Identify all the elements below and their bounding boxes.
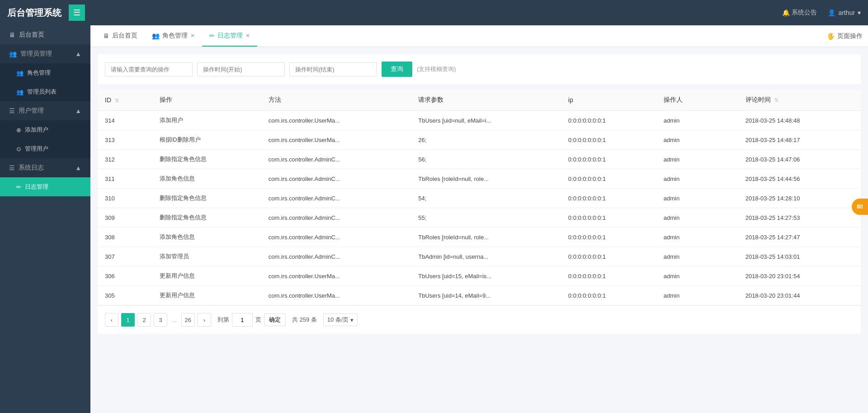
query-button[interactable]: 查询 — [382, 62, 412, 77]
tab-log[interactable]: ✏ 日志管理 ✕ — [202, 25, 257, 47]
cell-ip-2: 0:0:0:0:0:0:0:1 — [561, 150, 656, 169]
cell-ip-9: 0:0:0:0:0:0:0:1 — [561, 286, 656, 305]
cell-id-2: 312 — [98, 150, 152, 169]
sidebar-syslog-label: 系统日志 — [19, 164, 44, 172]
cell-ip-6: 0:0:0:0:0:0:0:1 — [561, 228, 656, 247]
page-26-button[interactable]: 26 — [181, 313, 195, 327]
table-row: 309 删除指定角色信息 com.irs.controller.AdminC..… — [98, 208, 861, 228]
cell-param-9: TbUsers [uid=14, eMail=9... — [411, 286, 561, 305]
cell-operator-1: admin — [656, 130, 738, 150]
sidebar-item-admin-list[interactable]: 👥 管理员列表 — [0, 82, 90, 101]
cell-id-5: 309 — [98, 208, 152, 228]
add-icon: ⊕ — [16, 127, 21, 133]
id-sort-icon[interactable]: ⇅ — [115, 98, 119, 103]
sidebar-section-syslog[interactable]: ☰ 系统日志 ▲ — [0, 158, 90, 177]
collapse-user-icon: ▲ — [75, 107, 81, 114]
sidebar-item-add-user[interactable]: ⊕ 添加用户 — [0, 120, 90, 139]
admin-list-icon: 👥 — [16, 89, 24, 95]
col-operator-label: 操作人 — [664, 96, 683, 103]
tab-home-icon: 🖥 — [103, 32, 109, 39]
page-size-select[interactable]: 10 条/页 ▾ — [323, 313, 358, 326]
tab-log-icon: ✏ — [209, 32, 215, 39]
tab-log-close[interactable]: ✕ — [245, 33, 250, 39]
cell-param-6: TbRoles [roleId=null, role... — [411, 228, 561, 247]
sidebar-manage-user-label: 管理用户 — [25, 145, 48, 153]
col-time-label: 评论时间 — [745, 96, 771, 103]
col-time: 评论时间 ⇅ — [738, 90, 861, 111]
search-op-input[interactable] — [105, 62, 193, 76]
cell-operator-8: admin — [656, 266, 738, 286]
search-end-time-input[interactable] — [289, 62, 377, 76]
prev-page-button[interactable]: ‹ — [105, 313, 118, 327]
cell-id-8: 306 — [98, 266, 152, 286]
table-header-row: ID ⇅ 操作 方法 请求参数 — [98, 90, 861, 111]
log-section-icon: ☰ — [9, 164, 15, 171]
tabs-left: 🖥 后台首页 👥 角色管理 ✕ ✏ 日志管理 ✕ — [96, 25, 257, 47]
goto-confirm-button[interactable]: 确定 — [264, 313, 286, 326]
page-3-button[interactable]: 3 — [154, 313, 167, 327]
notice-button[interactable]: 🔔 系统公告 — [782, 9, 817, 17]
cell-ip-4: 0:0:0:0:0:0:0:1 — [561, 189, 656, 208]
cell-op-5: 删除指定角色信息 — [152, 208, 261, 228]
cell-id-0: 314 — [98, 111, 152, 130]
cell-param-1: 26; — [411, 130, 561, 150]
home-icon: 🖥 — [9, 31, 15, 38]
tab-role-label: 角色管理 — [162, 32, 188, 40]
sidebar-section-user[interactable]: ☰ 用户管理 ▲ — [0, 101, 90, 120]
next-page-button[interactable]: › — [198, 313, 211, 327]
search-start-time-input[interactable] — [197, 62, 285, 76]
cell-operator-9: admin — [656, 286, 738, 305]
float-badge[interactable]: 80 — [852, 199, 868, 215]
col-method: 方法 — [261, 90, 411, 111]
sidebar-item-role[interactable]: 👥 角色管理 — [0, 63, 90, 82]
sidebar-item-log-management[interactable]: ✏ 日志管理 — [0, 177, 90, 196]
page-unit-label: 页 — [255, 316, 261, 324]
cell-time-4: 2018-03-25 14:28:10 — [738, 189, 861, 208]
user-menu[interactable]: 👤 arthur ▾ — [828, 9, 861, 16]
page-size-chevron: ▾ — [350, 317, 354, 323]
cell-method-3: com.irs.controller.AdminC... — [261, 169, 411, 189]
cell-method-1: com.irs.controller.UserMa... — [261, 130, 411, 150]
page-2-button[interactable]: 2 — [137, 313, 151, 327]
table-row: 314 添加用户 com.irs.controller.UserMa... Tb… — [98, 111, 861, 130]
role-icon: 👥 — [16, 70, 24, 76]
menu-toggle-button[interactable]: ☰ — [69, 5, 85, 21]
sidebar-admin-list-label: 管理员列表 — [27, 88, 57, 96]
cell-method-8: com.irs.controller.UserMa... — [261, 266, 411, 286]
sidebar-role-label: 角色管理 — [27, 69, 51, 77]
col-op: 操作 — [152, 90, 261, 111]
page-dots: ... — [170, 317, 179, 323]
log-icon: ✏ — [16, 184, 21, 190]
cell-op-0: 添加用户 — [152, 111, 261, 130]
cell-method-0: com.irs.controller.UserMa... — [261, 111, 411, 130]
cell-param-8: TbUsers [uid=15, eMail=is... — [411, 266, 561, 286]
cell-param-7: TbAdmin [id=null, userna... — [411, 247, 561, 266]
sidebar-item-home[interactable]: 🖥 后台首页 — [0, 25, 90, 44]
page-1-button[interactable]: 1 — [121, 313, 135, 327]
sidebar-item-manage-user[interactable]: ⊙ 管理用户 — [0, 139, 90, 158]
cell-id-4: 310 — [98, 189, 152, 208]
tab-bar: 🖥 后台首页 👥 角色管理 ✕ ✏ 日志管理 ✕ 🖐 页面操作 — [90, 25, 868, 47]
page-operation-button[interactable]: 🖐 页面操作 — [827, 32, 863, 40]
tab-role[interactable]: 👥 角色管理 ✕ — [145, 25, 202, 47]
page-goto: 到第 页 确定 — [217, 313, 286, 327]
sidebar-admin-label: 管理员管理 — [20, 50, 52, 58]
goto-input[interactable] — [232, 313, 253, 327]
tab-home[interactable]: 🖥 后台首页 — [96, 25, 145, 47]
sidebar-section-admin[interactable]: 👥 管理员管理 ▲ — [0, 44, 90, 63]
sidebar-add-user-label: 添加用户 — [25, 126, 48, 134]
app-title: 后台管理系统 — [7, 7, 61, 19]
cell-ip-1: 0:0:0:0:0:0:0:1 — [561, 130, 656, 150]
cell-time-8: 2018-03-20 23:01:54 — [738, 266, 861, 286]
tab-role-close[interactable]: ✕ — [190, 33, 195, 39]
cell-method-5: com.irs.controller.AdminC... — [261, 208, 411, 228]
total-label: 共 259 条 — [292, 316, 317, 324]
cell-method-9: com.irs.controller.UserMa... — [261, 286, 411, 305]
table-row: 313 根据ID删除用户 com.irs.controller.UserMa..… — [98, 130, 861, 150]
time-sort-icon[interactable]: ⇅ — [774, 97, 778, 103]
col-method-label: 方法 — [269, 96, 281, 103]
cell-time-5: 2018-03-25 14:27:53 — [738, 208, 861, 228]
cell-method-6: com.irs.controller.AdminC... — [261, 228, 411, 247]
sidebar: 🖥 后台首页 👥 管理员管理 ▲ 👥 角色管理 👥 管理员列表 ☰ 用户管理 — [0, 25, 90, 413]
sidebar-log-sub: ✏ 日志管理 — [0, 177, 90, 196]
